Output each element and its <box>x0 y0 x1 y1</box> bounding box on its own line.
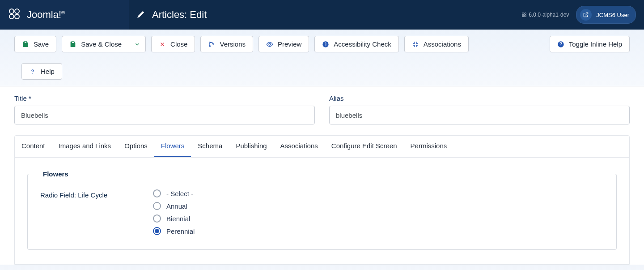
contract-icon <box>412 41 419 48</box>
form-header-fields: Title * Alias <box>0 86 644 124</box>
save-close-group: Save & Close <box>62 36 146 52</box>
chevron-down-icon <box>134 41 141 48</box>
question-icon <box>29 68 36 75</box>
user-menu[interactable]: JCMS6 User <box>576 6 636 24</box>
close-button[interactable]: Close <box>151 36 195 52</box>
tab-images-and-links[interactable]: Images and Links <box>52 136 118 157</box>
close-icon <box>159 41 166 48</box>
svg-point-17 <box>560 45 561 46</box>
svg-rect-8 <box>24 42 26 43</box>
save-close-button[interactable]: Save & Close <box>62 36 129 52</box>
tab-panel-flowers: Flowers Radio Field: Life Cycle - Select… <box>15 158 629 264</box>
svg-point-6 <box>522 15 524 17</box>
question-circle-icon <box>557 41 564 48</box>
radio-option-perennial[interactable]: Perennial <box>153 227 195 235</box>
tab-associations[interactable]: Associations <box>274 136 325 157</box>
svg-point-1 <box>15 9 19 13</box>
version-label[interactable]: 6.0.0-alpha1-dev <box>521 12 569 18</box>
tabs-container: ContentImages and LinksOptionsFlowersSch… <box>14 135 630 265</box>
tab-schema[interactable]: Schema <box>191 136 229 157</box>
header-title-section: Articles: Edit 6.0.0-alpha1-dev JCMS6 Us… <box>129 0 644 30</box>
toolbar: Save Save & Close Close Versions Prev <box>0 30 644 86</box>
radio-indicator <box>153 214 161 223</box>
tab-content[interactable]: Content <box>15 136 52 157</box>
tab-bar: ContentImages and LinksOptionsFlowersSch… <box>15 136 629 158</box>
tab-configure-edit-screen[interactable]: Configure Edit Screen <box>325 136 404 157</box>
external-link-icon <box>580 9 592 21</box>
svg-point-10 <box>209 42 211 43</box>
svg-point-3 <box>15 14 19 19</box>
svg-point-15 <box>325 42 326 43</box>
svg-rect-9 <box>72 42 74 43</box>
alias-input[interactable] <box>329 106 630 124</box>
save-close-dropdown[interactable] <box>129 36 146 52</box>
title-input[interactable] <box>14 106 315 124</box>
radio-indicator <box>153 189 161 197</box>
branch-icon <box>208 41 215 48</box>
svg-point-4 <box>522 13 524 15</box>
radio-option-select[interactable]: - Select - <box>153 189 195 197</box>
svg-point-11 <box>209 45 211 47</box>
radio-label-text: Biennial <box>166 215 190 223</box>
title-label: Title * <box>14 94 315 102</box>
save-icon <box>69 41 76 48</box>
accessibility-icon <box>322 41 329 48</box>
svg-point-2 <box>9 14 14 19</box>
radio-label-text: - Select - <box>166 190 193 197</box>
svg-point-18 <box>32 73 33 73</box>
brand-name: Joomla!® <box>27 9 65 21</box>
accessibility-button[interactable]: Accessibility Check <box>314 36 398 52</box>
radio-group-lifecycle: - Select -AnnualBiennialPerennial <box>153 189 195 235</box>
radio-option-biennial[interactable]: Biennial <box>153 214 195 223</box>
svg-point-7 <box>525 15 526 17</box>
svg-point-0 <box>9 9 14 13</box>
page-title: Articles: Edit <box>152 9 207 21</box>
radio-field-label: Radio Field: Life Cycle <box>40 189 139 235</box>
pencil-icon <box>137 9 146 20</box>
radio-label-text: Annual <box>166 202 187 210</box>
associations-button[interactable]: Associations <box>404 36 469 52</box>
svg-point-13 <box>269 43 271 45</box>
radio-option-annual[interactable]: Annual <box>153 202 195 210</box>
preview-button[interactable]: Preview <box>258 36 309 52</box>
radio-indicator <box>153 227 161 235</box>
tab-flowers[interactable]: Flowers <box>154 136 191 157</box>
alias-label: Alias <box>329 94 630 102</box>
fieldset-flowers: Flowers Radio Field: Life Cycle - Select… <box>27 170 617 250</box>
eye-icon <box>266 41 273 48</box>
fieldset-legend: Flowers <box>40 170 71 178</box>
save-icon <box>22 41 29 48</box>
save-button[interactable]: Save <box>14 36 56 52</box>
joomla-logo-icon <box>7 7 21 23</box>
tab-options[interactable]: Options <box>118 136 154 157</box>
app-header: Joomla!® Articles: Edit 6.0.0-alpha1-dev <box>0 0 644 30</box>
help-button[interactable]: Help <box>21 63 62 80</box>
tab-publishing[interactable]: Publishing <box>229 136 273 157</box>
versions-button[interactable]: Versions <box>200 36 253 52</box>
svg-point-5 <box>525 13 526 15</box>
user-name: JCMS6 User <box>596 12 629 18</box>
tab-permissions[interactable]: Permissions <box>404 136 454 157</box>
radio-label-text: Perennial <box>166 227 195 235</box>
brand-section[interactable]: Joomla!® <box>0 0 129 30</box>
toggle-inline-help-button[interactable]: Toggle Inline Help <box>550 36 630 52</box>
radio-indicator <box>153 202 161 210</box>
